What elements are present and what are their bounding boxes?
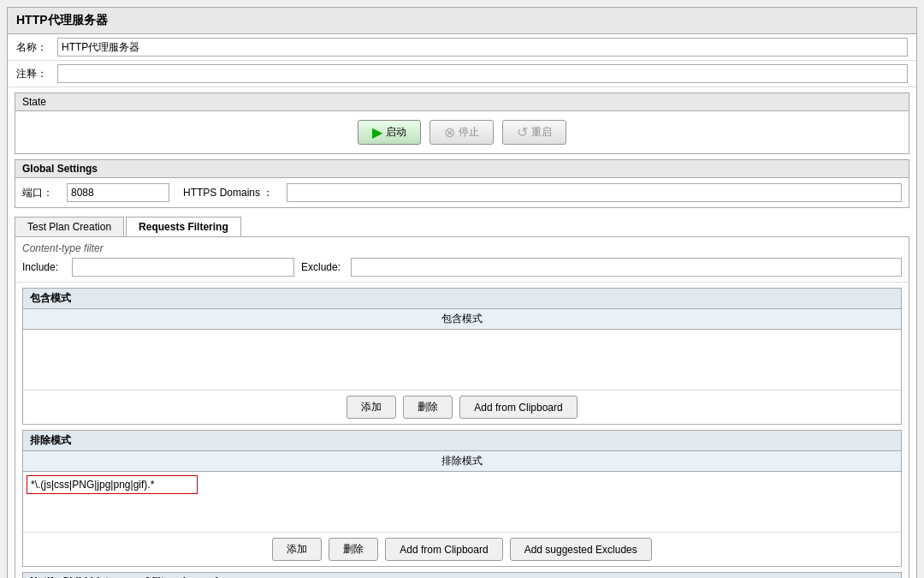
stop-button[interactable]: ⊗ 停止 [429,120,494,145]
notify-section: Notify Child Listeners of filtered sampl… [22,572,902,578]
restart-label: 重启 [531,125,552,140]
exclude-patterns-title: 排除模式 [23,431,901,451]
port-input[interactable] [67,183,169,202]
include-delete-button[interactable]: 删除 [403,396,453,419]
include-pattern-buttons: 添加 删除 Add from Clipboard [23,390,901,424]
exclude-clipboard-label: Add from Clipboard [400,544,488,556]
exclude-patterns-section: 排除模式 排除模式 添加 删除 Add from Clipboard Add s… [22,430,902,567]
include-clipboard-label: Add from Clipboard [474,402,562,414]
exclude-delete-label: 删除 [343,542,364,557]
exclude-add-label: 添加 [287,542,307,557]
tab-requests-filtering[interactable]: Requests Filtering [126,217,241,236]
global-settings-inner: 端口： HTTPS Domains ： [15,178,909,207]
main-container: HTTP代理服务器 名称： 注释： State ▶ 启动 ⊗ 停止 ↺ 重启 [7,7,917,578]
state-buttons: ▶ 启动 ⊗ 停止 ↺ 重启 [15,111,909,153]
comment-input[interactable] [57,64,908,83]
exclude-input[interactable] [351,258,902,277]
include-delete-label: 删除 [418,400,438,414]
restart-icon: ↺ [517,124,528,140]
include-label: Include: [22,261,65,273]
tab-content: Content-type filter Include: Exclude: 包含… [15,236,909,578]
https-domains-input[interactable] [287,183,902,202]
include-add-button[interactable]: 添加 [346,396,396,419]
name-row: 名称： [8,34,916,61]
include-patterns-header: 包含模式 [23,309,901,330]
ct-row: Include: Exclude: [22,258,902,277]
exclude-label: Exclude: [301,261,344,273]
state-title: State [15,93,909,111]
start-label: 启动 [386,125,406,140]
restart-button[interactable]: ↺ 重启 [502,120,566,145]
exclude-suggested-button[interactable]: Add suggested Excludes [510,538,652,561]
https-label: HTTPS Domains ： [183,186,273,200]
comment-row: 注释： [8,61,916,87]
page-title: HTTP代理服务器 [8,8,916,34]
global-settings-title: Global Settings [15,160,909,178]
include-patterns-section: 包含模式 包含模式 添加 删除 Add from Clipboard [22,288,902,425]
play-icon: ▶ [372,124,382,140]
tab-test-plan-label: Test Plan Creation [27,221,111,233]
exclude-patterns-header: 排除模式 [23,451,901,472]
exclude-add-button[interactable]: 添加 [272,538,322,561]
name-label: 名称： [16,40,57,55]
start-button[interactable]: ▶ 启动 [358,120,421,145]
include-input[interactable] [72,258,294,277]
content-type-filter-title: Content-type filter [22,242,902,254]
exclude-suggested-label: Add suggested Excludes [524,544,637,556]
exclude-item-input[interactable] [27,475,198,494]
notify-title: Notify Child Listeners of filtered sampl… [23,573,901,578]
content-type-filter: Content-type filter Include: Exclude: [15,237,909,283]
exclude-delete-button[interactable]: 删除 [329,538,378,561]
name-input[interactable] [57,38,908,57]
global-settings: Global Settings 端口： HTTPS Domains ： [15,159,909,208]
port-label: 端口： [22,186,53,200]
exclude-pattern-buttons: 添加 删除 Add from Clipboard Add suggested E… [23,532,901,566]
stop-label: 停止 [459,125,479,140]
include-patterns-list [23,330,901,390]
exclude-item-row [27,475,897,494]
tab-requests-filtering-label: Requests Filtering [139,221,228,233]
state-section: State ▶ 启动 ⊗ 停止 ↺ 重启 [15,92,909,154]
tabs-row: Test Plan Creation Requests Filtering [8,213,916,236]
exclude-clipboard-button[interactable]: Add from Clipboard [385,538,502,561]
stop-icon: ⊗ [444,124,455,140]
tab-test-plan[interactable]: Test Plan Creation [15,217,124,236]
exclude-patterns-list [23,472,901,532]
include-patterns-title: 包含模式 [23,289,901,309]
include-add-label: 添加 [361,400,382,414]
include-clipboard-button[interactable]: Add from Clipboard [459,396,577,419]
comment-label: 注释： [16,67,57,81]
